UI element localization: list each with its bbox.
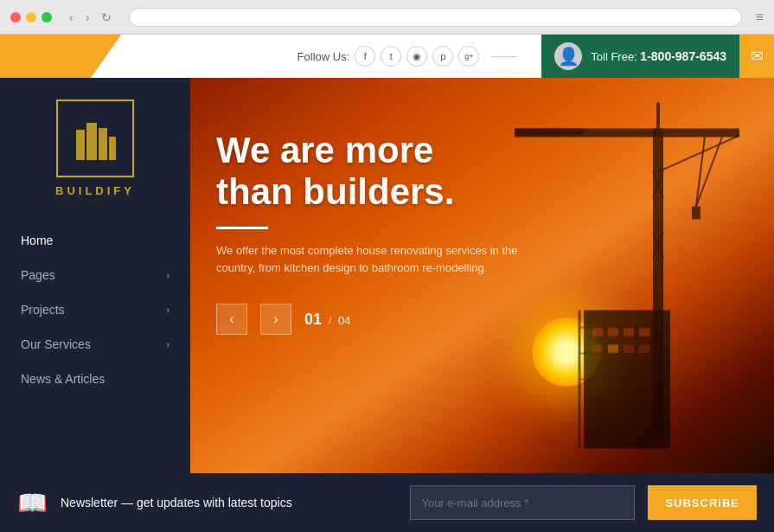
orange-triangle-decoration bbox=[0, 35, 121, 78]
email-icon: ✉ bbox=[751, 47, 764, 66]
main-content: BUILDIFY Home Pages › Projects › Our Ser… bbox=[0, 78, 774, 473]
hero-navigation: ‹ › 01 / 04 bbox=[216, 304, 519, 335]
svg-rect-19 bbox=[624, 328, 634, 337]
minimize-dot[interactable] bbox=[26, 12, 36, 22]
logo-area: BUILDIFY bbox=[0, 78, 190, 215]
phone-number: 1-800-987-6543 bbox=[640, 49, 726, 63]
book-icon: 📖 bbox=[17, 489, 48, 517]
hero-section: We are more than builders. We offer the … bbox=[190, 78, 774, 473]
newsletter-bar: 📖 Newsletter — get updates with latest t… bbox=[0, 473, 774, 532]
chevron-right-icon: › bbox=[167, 271, 170, 280]
forward-button[interactable]: › bbox=[82, 9, 93, 26]
close-dot[interactable] bbox=[10, 12, 21, 22]
email-input[interactable] bbox=[410, 485, 635, 520]
nav-services-label: Our Services bbox=[21, 337, 91, 351]
nav-item-projects[interactable]: Projects › bbox=[0, 292, 190, 327]
instagram-icon[interactable]: ◉ bbox=[406, 46, 427, 67]
googleplus-icon[interactable]: g+ bbox=[458, 46, 479, 67]
phone-section: 👤 Toll Free: 1-800-987-6543 bbox=[541, 35, 739, 78]
address-bar[interactable] bbox=[129, 8, 741, 27]
nav-pages-label: Pages bbox=[21, 268, 55, 282]
nav-projects-label: Projects bbox=[21, 303, 65, 317]
total-slides: 04 bbox=[338, 314, 350, 327]
email-button[interactable]: ✉ bbox=[739, 35, 774, 78]
browser-chrome: ‹ › ↻ ≡ bbox=[0, 0, 774, 35]
phone-text: Toll Free: 1-800-987-6543 bbox=[591, 49, 726, 63]
twitter-icon[interactable]: t bbox=[381, 46, 401, 67]
svg-line-15 bbox=[658, 136, 739, 172]
nav-item-home[interactable]: Home bbox=[0, 223, 190, 258]
svg-rect-22 bbox=[608, 345, 618, 354]
svg-rect-23 bbox=[624, 345, 634, 354]
divider bbox=[491, 56, 517, 57]
maximize-dot[interactable] bbox=[42, 12, 52, 22]
sidebar: BUILDIFY Home Pages › Projects › Our Ser… bbox=[0, 78, 190, 473]
social-icons-list: f t ◉ p g+ bbox=[355, 46, 479, 67]
svg-rect-2 bbox=[99, 128, 107, 160]
toll-free-label: Toll Free: bbox=[591, 50, 636, 63]
chevron-right-icon: › bbox=[167, 305, 170, 315]
nav-home-label: Home bbox=[21, 234, 53, 247]
hero-title: We are more than builders. bbox=[216, 130, 519, 214]
website-content: Follow Us: f t ◉ p g+ 👤 Toll Free: 1-800… bbox=[0, 35, 774, 532]
browser-nav: ‹ › ↻ bbox=[66, 9, 115, 26]
nav-item-services[interactable]: Our Services › bbox=[0, 327, 190, 362]
slide-counter: 01 / 04 bbox=[304, 311, 350, 329]
follow-us-section: Follow Us: f t ◉ p g+ bbox=[297, 46, 525, 67]
newsletter-text: Newsletter — get updates with latest top… bbox=[61, 496, 397, 510]
svg-rect-17 bbox=[592, 328, 603, 337]
hero-underline bbox=[216, 227, 268, 229]
nav-menu: Home Pages › Projects › Our Services › N… bbox=[0, 215, 190, 473]
slide-separator: / bbox=[329, 314, 332, 327]
svg-rect-6 bbox=[515, 129, 584, 136]
chevron-right-icon: › bbox=[167, 340, 170, 349]
pinterest-icon[interactable]: p bbox=[432, 46, 453, 67]
support-avatar: 👤 bbox=[554, 42, 582, 70]
next-slide-button[interactable]: › bbox=[260, 304, 291, 335]
svg-rect-1 bbox=[86, 123, 97, 160]
browser-menu-icon[interactable]: ≡ bbox=[756, 10, 764, 25]
follow-label: Follow Us: bbox=[297, 50, 350, 63]
back-button[interactable]: ‹ bbox=[66, 9, 77, 26]
svg-rect-0 bbox=[76, 130, 85, 160]
nav-item-pages[interactable]: Pages › bbox=[0, 258, 190, 292]
top-bar: Follow Us: f t ◉ p g+ 👤 Toll Free: 1-800… bbox=[0, 35, 774, 78]
svg-rect-24 bbox=[639, 345, 649, 354]
current-slide: 01 bbox=[304, 311, 322, 328]
svg-rect-10 bbox=[692, 207, 700, 220]
svg-rect-21 bbox=[592, 345, 603, 354]
hero-subtitle: We offer the most complete house renovat… bbox=[216, 242, 519, 279]
logo-svg bbox=[69, 112, 121, 164]
svg-rect-3 bbox=[109, 137, 116, 160]
hero-content: We are more than builders. We offer the … bbox=[216, 130, 519, 335]
svg-rect-18 bbox=[608, 328, 618, 337]
brand-name: BUILDIFY bbox=[55, 184, 135, 197]
nav-item-news[interactable]: News & Articles bbox=[0, 362, 190, 396]
email-input-wrapper bbox=[410, 485, 635, 520]
prev-slide-button[interactable]: ‹ bbox=[216, 304, 247, 335]
subscribe-button[interactable]: SUBSCRIBE bbox=[648, 485, 757, 520]
svg-rect-20 bbox=[639, 328, 649, 337]
nav-news-label: News & Articles bbox=[21, 372, 105, 386]
facebook-icon[interactable]: f bbox=[355, 46, 375, 67]
refresh-button[interactable]: ↻ bbox=[98, 9, 115, 26]
logo-box bbox=[56, 99, 134, 177]
browser-dots bbox=[10, 12, 52, 22]
